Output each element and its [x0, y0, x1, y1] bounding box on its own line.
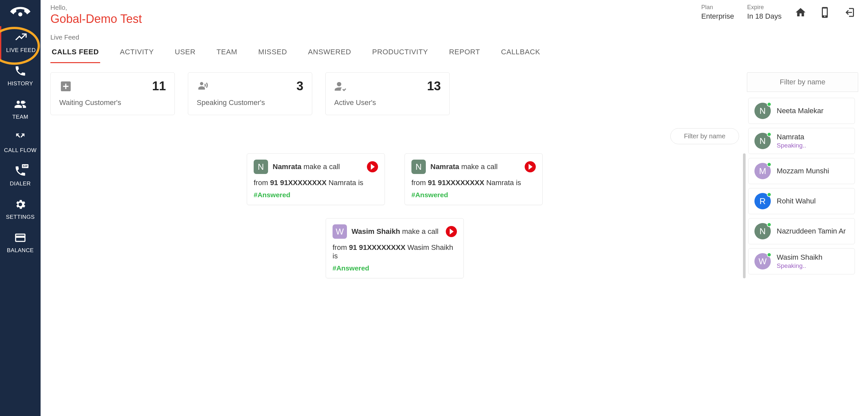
- feed-area: NNamrata make a callfrom 91 91XXXXXXXX N…: [51, 153, 739, 278]
- tab-productivity[interactable]: PRODUCTIVITY: [371, 44, 429, 63]
- call-title: Namrata make a call: [273, 163, 340, 171]
- call-title: Namrata make a call: [430, 163, 497, 171]
- user-card[interactable]: NNazruddeen Tamin Ar: [748, 218, 855, 244]
- gear-icon: [14, 198, 27, 211]
- stat-value: 11: [152, 79, 166, 93]
- user-name: Wasim Shaikh: [777, 253, 823, 262]
- sidebar-label: HISTORY: [7, 80, 33, 87]
- feed-row: NNamrata make a callfrom 91 91XXXXXXXX N…: [51, 153, 739, 205]
- stat-label: Speaking Customer's: [197, 98, 303, 107]
- sip-phone-icon: SIP: [14, 165, 27, 177]
- breadcrumb: Live Feed: [51, 34, 858, 41]
- call-card: NNamrata make a callfrom 91 91XXXXXXXX N…: [247, 153, 385, 205]
- expire-block: Expire In 18 Days: [747, 4, 782, 21]
- call-status: #Answered: [254, 191, 378, 199]
- stat-value: 13: [427, 79, 441, 93]
- presence-dot: [767, 222, 771, 227]
- feed-filter-input[interactable]: [670, 128, 739, 144]
- svg-point-0: [18, 12, 22, 16]
- stat-card: 3Speaking Customer's: [188, 72, 312, 115]
- tab-team[interactable]: TEAM: [215, 44, 239, 63]
- tab-missed[interactable]: MISSED: [257, 44, 288, 63]
- user-name: Neeta Malekar: [777, 107, 824, 115]
- stat-value: 3: [297, 79, 303, 93]
- main-area: Hello, Gobal-Demo Test Plan Enterprise E…: [40, 0, 868, 416]
- user-name: Nazruddeen Tamin Ar: [777, 227, 846, 236]
- sidebar-item-team[interactable]: TEAM: [0, 93, 40, 126]
- plan-value: Enterprise: [702, 12, 734, 21]
- mobile-icon[interactable]: [819, 6, 831, 18]
- app-logo: [9, 5, 31, 18]
- play-button[interactable]: [525, 161, 536, 172]
- sidebar-label: SETTINGS: [6, 214, 35, 220]
- presence-dot: [767, 102, 771, 107]
- tab-callback[interactable]: CALLBACK: [500, 44, 542, 63]
- play-button[interactable]: [446, 226, 457, 237]
- username: Gobal-Demo Test: [51, 12, 142, 26]
- sidebar-item-history[interactable]: HISTORY: [0, 60, 40, 93]
- caller-avatar: W: [333, 224, 347, 239]
- presence-dot: [767, 192, 771, 197]
- presence-dot: [767, 132, 771, 137]
- sidebar-item-call-flow[interactable]: CALL FLOW: [0, 126, 40, 160]
- tab-answered[interactable]: ANSWERED: [307, 44, 352, 63]
- content: 11Waiting Customer's3Speaking Customer's…: [40, 63, 868, 416]
- left-column: 11Waiting Customer's3Speaking Customer's…: [51, 72, 739, 416]
- user-avatar: N: [754, 133, 771, 149]
- call-status: #Answered: [411, 191, 536, 199]
- user-avatar: W: [754, 253, 771, 270]
- plan-block: Plan Enterprise: [702, 4, 734, 21]
- call-card: NNamrata make a callfrom 91 91XXXXXXXX N…: [405, 153, 542, 205]
- stat-icon: [59, 80, 72, 93]
- sidebar-item-live-feed[interactable]: LIVE FEED: [0, 26, 40, 60]
- phone-hangup-icon: [9, 4, 31, 18]
- user-avatar: R: [754, 193, 771, 209]
- user-avatar: N: [754, 223, 771, 239]
- user-card[interactable]: NNamrataSpeaking..: [748, 128, 855, 154]
- stats-row: 11Waiting Customer's3Speaking Customer's…: [51, 72, 739, 115]
- stat-icon: [197, 80, 210, 93]
- user-card[interactable]: MMozzam Munshi: [748, 158, 855, 184]
- call-from-line: from 91 91XXXXXXXX Namrata is: [411, 179, 536, 187]
- call-title: Wasim Shaikh make a call: [351, 227, 439, 236]
- sidebar-item-settings[interactable]: SETTINGS: [0, 193, 40, 226]
- user-card[interactable]: NNeeta Malekar: [748, 98, 855, 124]
- user-name: Namrata: [777, 133, 806, 141]
- user-status: Speaking..: [777, 262, 823, 270]
- feed-scrollbar[interactable]: [743, 153, 746, 278]
- user-name: Rohit Wahul: [777, 197, 816, 205]
- account-meta: Plan Enterprise Expire In 18 Days: [702, 4, 782, 21]
- team-add-icon: [14, 98, 27, 110]
- call-status: #Answered: [333, 264, 457, 272]
- sidebar-item-balance[interactable]: BALANCE: [0, 226, 40, 260]
- call-from-line: from 91 91XXXXXXXX Wasim Shaikh is: [333, 243, 457, 260]
- topbar-right: Plan Enterprise Expire In 18 Days: [702, 4, 858, 21]
- stat-label: Active User's: [334, 98, 441, 107]
- call-card: WWasim Shaikh make a callfrom 91 91XXXXX…: [326, 218, 464, 278]
- caller-avatar: N: [411, 160, 426, 174]
- tab-user[interactable]: USER: [174, 44, 197, 63]
- stat-card: 11Waiting Customer's: [51, 72, 175, 115]
- sidebar-label: TEAM: [12, 114, 29, 120]
- topbar: Hello, Gobal-Demo Test Plan Enterprise E…: [40, 0, 868, 26]
- logout-icon[interactable]: [843, 6, 855, 18]
- sidebar-item-dialer[interactable]: SIP DIALER: [0, 160, 40, 193]
- users-filter-input[interactable]: [747, 72, 858, 92]
- tabs: CALLS FEEDACTIVITYUSERTEAMMISSEDANSWERED…: [51, 44, 858, 63]
- caller-avatar: N: [254, 160, 268, 174]
- presence-dot: [767, 162, 771, 167]
- call-from-line: from 91 91XXXXXXXX Namrata is: [254, 179, 378, 187]
- tab-report[interactable]: REPORT: [448, 44, 482, 63]
- home-icon[interactable]: [795, 6, 806, 18]
- call-split-icon: [14, 132, 27, 144]
- play-button[interactable]: [367, 161, 378, 172]
- right-column: NNeeta MalekarNNamrataSpeaking..MMozzam …: [747, 72, 858, 416]
- user-name: Mozzam Munshi: [777, 167, 829, 175]
- stat-label: Waiting Customer's: [59, 98, 166, 107]
- sidebar-label: LIVE FEED: [6, 47, 36, 54]
- trend-icon: [15, 31, 27, 44]
- tab-calls-feed[interactable]: CALLS FEED: [51, 44, 100, 63]
- user-card[interactable]: RRohit Wahul: [748, 188, 855, 214]
- tab-activity[interactable]: ACTIVITY: [119, 44, 155, 63]
- user-card[interactable]: WWasim ShaikhSpeaking..: [748, 248, 855, 274]
